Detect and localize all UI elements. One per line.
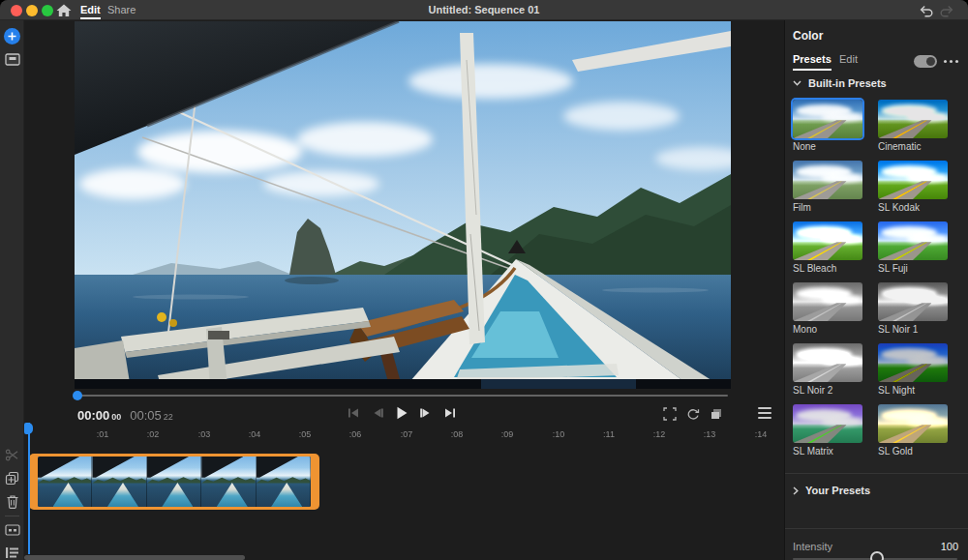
delete-clip-icon[interactable] bbox=[0, 494, 24, 509]
current-frames: 00 bbox=[111, 412, 121, 422]
preset-thumbnail bbox=[878, 161, 948, 199]
preset-thumbnail bbox=[878, 221, 948, 260]
clip-frame-thumbnail bbox=[38, 457, 92, 507]
ruler-tick: :10 bbox=[553, 429, 565, 439]
ruler-tick: :04 bbox=[249, 429, 261, 439]
fullscreen-icon[interactable] bbox=[662, 406, 677, 421]
clip-frame-thumbnail bbox=[92, 457, 146, 507]
premiere-rush-window: Edit Share Untitled: Sequence 01 bbox=[0, 0, 968, 560]
your-presets-label: Your Presets bbox=[805, 485, 870, 496]
preset-label: None bbox=[793, 141, 862, 152]
builtin-presets-label: Built-in Presets bbox=[808, 77, 887, 89]
sequence-title: Untitled: Sequence 01 bbox=[0, 0, 968, 20]
your-presets-header[interactable]: Your Presets bbox=[793, 485, 870, 496]
add-media-button[interactable] bbox=[0, 28, 24, 44]
preset-label: SL Kodak bbox=[878, 202, 948, 213]
preset-cinematic[interactable]: Cinematic bbox=[878, 100, 948, 152]
footage-icon[interactable] bbox=[0, 524, 24, 536]
preview-scrubber-track[interactable] bbox=[77, 395, 728, 397]
panel-divider bbox=[785, 528, 968, 529]
preset-label: SL Noir 2 bbox=[793, 385, 862, 396]
chevron-right-icon bbox=[793, 486, 799, 495]
preset-grid: None Cinematic Film SL Kodak SL Bleach S… bbox=[793, 100, 963, 457]
preset-sl-kodak[interactable]: SL Kodak bbox=[878, 161, 948, 213]
timeline-horizontal-scrollbar[interactable] bbox=[24, 555, 245, 560]
preset-label: SL Night bbox=[878, 385, 948, 396]
skip-to-start-icon[interactable] bbox=[346, 405, 361, 421]
preset-label: SL Noir 1 bbox=[878, 324, 948, 335]
ruler-tick: :01 bbox=[97, 429, 109, 439]
ruler-tick: :03 bbox=[198, 429, 211, 439]
preset-thumbnail bbox=[793, 161, 862, 199]
tab-color-edit[interactable]: Edit bbox=[839, 53, 858, 65]
ruler-tick: :12 bbox=[653, 429, 666, 439]
split-clip-icon[interactable] bbox=[0, 448, 24, 462]
intensity-slider-handle[interactable] bbox=[870, 551, 884, 560]
panel-divider bbox=[785, 473, 968, 474]
transport-controls bbox=[346, 405, 458, 421]
preset-sl-gold[interactable]: SL Gold bbox=[878, 404, 948, 457]
plus-icon bbox=[4, 28, 20, 44]
more-options-icon[interactable] bbox=[944, 60, 958, 63]
timeline-ruler[interactable]: :01 :02 :03 :04 :05 :06 :07 :08 :09 :10 … bbox=[24, 426, 781, 447]
ruler-tick: :06 bbox=[349, 429, 362, 439]
step-forward-icon[interactable] bbox=[418, 405, 434, 421]
builtin-presets-header[interactable]: Built-in Presets bbox=[793, 77, 887, 89]
skip-to-end-icon[interactable] bbox=[442, 405, 458, 421]
preset-mono[interactable]: Mono bbox=[793, 282, 862, 335]
preset-thumbnail bbox=[793, 282, 862, 321]
step-back-icon[interactable] bbox=[370, 405, 385, 421]
playhead-handle[interactable] bbox=[24, 423, 33, 434]
play-icon[interactable] bbox=[394, 405, 409, 421]
loop-icon[interactable] bbox=[685, 406, 700, 421]
ruler-tick: :05 bbox=[299, 429, 312, 439]
viewer-options bbox=[662, 406, 723, 421]
video-preview-canvas bbox=[75, 21, 731, 389]
playback-quality-icon[interactable] bbox=[709, 406, 723, 421]
ruler-tick: :09 bbox=[501, 429, 514, 439]
preset-label: SL Bleach bbox=[793, 263, 862, 274]
ruler-tick: :02 bbox=[147, 429, 160, 439]
ruler-tick: :08 bbox=[451, 429, 464, 439]
clip-frame-thumbnail bbox=[147, 457, 201, 507]
timeline-clip-selected[interactable] bbox=[29, 454, 319, 510]
effect-enable-toggle[interactable] bbox=[914, 55, 937, 68]
preset-label: SL Fuji bbox=[878, 263, 948, 274]
preset-thumbnail bbox=[878, 404, 948, 443]
preset-film[interactable]: Film bbox=[793, 161, 862, 213]
preset-thumbnail bbox=[878, 100, 948, 138]
clip-thumbnail-strip bbox=[38, 457, 311, 507]
redo-icon[interactable] bbox=[940, 4, 954, 16]
intensity-value: 100 bbox=[941, 541, 958, 552]
preset-none[interactable]: None bbox=[793, 100, 862, 152]
tab-presets[interactable]: Presets bbox=[793, 53, 832, 65]
playhead[interactable] bbox=[28, 423, 30, 554]
duplicate-clip-icon[interactable] bbox=[0, 471, 24, 486]
track-options-icon[interactable] bbox=[0, 546, 24, 559]
preset-thumbnail bbox=[793, 221, 862, 260]
media-browser-icon[interactable] bbox=[0, 53, 24, 66]
preset-sl-fuji[interactable]: SL Fuji bbox=[878, 221, 948, 274]
preset-sl-matrix[interactable]: SL Matrix bbox=[793, 404, 862, 457]
preset-label: SL Gold bbox=[878, 446, 948, 457]
preset-label: SL Matrix bbox=[793, 446, 862, 457]
timeline-menu-icon[interactable] bbox=[758, 407, 771, 419]
preview-scrubber-handle[interactable] bbox=[73, 391, 82, 400]
ruler-tick: :07 bbox=[401, 429, 413, 439]
preset-thumbnail bbox=[793, 343, 862, 382]
timecode-display: 00:000000:0522 bbox=[77, 406, 173, 424]
preset-sl-bleach[interactable]: SL Bleach bbox=[793, 221, 862, 274]
chevron-down-icon bbox=[793, 80, 802, 86]
color-panel: Color Presets Edit Built-in Presets None… bbox=[784, 20, 968, 560]
preset-sl-night[interactable]: SL Night bbox=[878, 343, 948, 396]
title-bar: Edit Share Untitled: Sequence 01 bbox=[0, 0, 968, 20]
ruler-tick: :14 bbox=[755, 429, 768, 439]
preset-thumbnail bbox=[793, 100, 862, 138]
preset-thumbnail bbox=[878, 343, 948, 382]
preset-sl-noir-2[interactable]: SL Noir 2 bbox=[793, 343, 862, 396]
undo-icon[interactable] bbox=[919, 4, 933, 16]
preset-thumbnail bbox=[793, 404, 862, 443]
duration-time: 00:05 bbox=[130, 408, 162, 423]
ruler-tick: :11 bbox=[603, 429, 615, 439]
preset-sl-noir-1[interactable]: SL Noir 1 bbox=[878, 282, 948, 335]
